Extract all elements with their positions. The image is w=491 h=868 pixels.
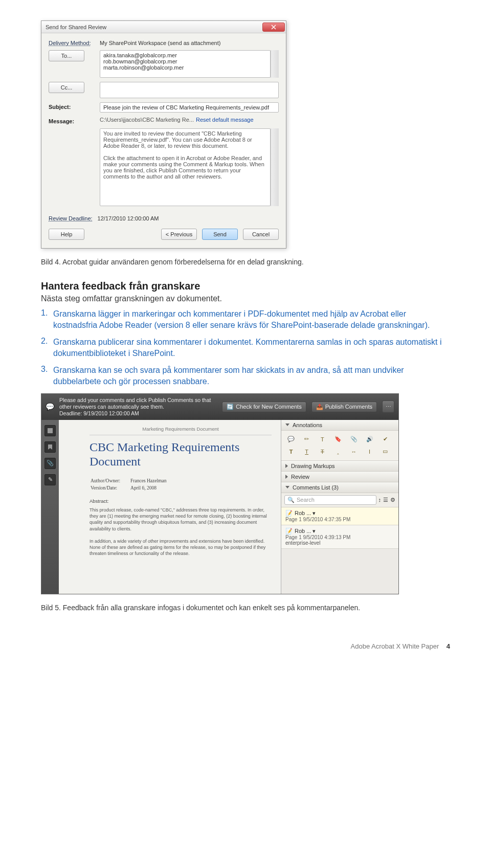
replace-icon[interactable]: ↔ xyxy=(349,447,359,456)
review-deadline-value: 12/17/2010 12:00:00 AM xyxy=(98,215,159,221)
send-review-dialog: Send for Shared Review Delivery Method: … xyxy=(41,20,286,249)
message-path: C:\Users\jjacobs\CBC Marketing Re... xyxy=(100,117,194,123)
figure4-caption: Bild 4. Acrobat guidar användaren genom … xyxy=(41,258,450,266)
dialog-title: Send for Shared Review xyxy=(46,24,106,30)
search-icon: 🔍 xyxy=(287,497,295,503)
footer-product: Adobe Acrobat X White Paper xyxy=(351,642,439,650)
thumbnails-icon[interactable] xyxy=(44,425,56,436)
signature-icon[interactable]: ✎ xyxy=(44,474,56,485)
document-header: Marketing Requirements Document xyxy=(90,425,272,435)
comment-meta: Page 1 9/5/2010 4:39:13 PM xyxy=(285,535,394,540)
list-text: Granskarna kan se och svara på kommentar… xyxy=(53,365,450,387)
bookmarks-icon[interactable] xyxy=(44,441,56,453)
acrobat-editor: 💬 Please add your comments and click Pub… xyxy=(41,393,399,594)
chevron-down-icon xyxy=(285,486,289,488)
publish-comments-button[interactable]: 📤 Publish Comments xyxy=(311,402,377,412)
more-icon[interactable]: ⋯ xyxy=(382,400,394,413)
chevron-right-icon xyxy=(285,464,288,468)
document-area: Marketing Requirements Document CBC Mark… xyxy=(59,420,281,594)
page-footer: Adobe Acrobat X White Paper 4 xyxy=(41,642,450,650)
filter-icon[interactable]: ☰ xyxy=(383,497,388,503)
numbered-list: 1. Granskarna lägger in markeringar och … xyxy=(41,308,450,387)
help-button[interactable]: Help xyxy=(49,229,84,240)
stamp-icon[interactable]: 🔖 xyxy=(333,435,343,444)
comment-snippet: enterprise-level xyxy=(285,540,394,546)
meta-author-label: Author/Owner: xyxy=(91,478,129,484)
cc-button[interactable]: Cc... xyxy=(49,82,84,93)
send-button[interactable]: Send xyxy=(202,229,238,240)
message-body-field[interactable]: You are invited to review the document "… xyxy=(100,128,271,206)
text-bold-icon[interactable]: T xyxy=(286,447,296,456)
cc-field[interactable] xyxy=(100,82,279,98)
figure5-caption: Bild 5. Feedback från alla granskare inf… xyxy=(41,604,450,612)
chevron-down-icon xyxy=(285,424,289,426)
meta-date-label: Version/Date: xyxy=(91,485,129,491)
list-num: 3. xyxy=(41,365,53,387)
refresh-icon: 🔄 xyxy=(227,404,234,410)
note-icon: 📝 xyxy=(285,528,293,535)
meta-date: April 6, 2008 xyxy=(130,485,175,491)
highlight-icon[interactable]: ✏ xyxy=(302,435,311,444)
attach-icon[interactable]: 📎 xyxy=(349,435,359,444)
section-heading: Hantera feedback från granskare xyxy=(41,280,450,292)
dialog-titlebar: Send for Shared Review xyxy=(41,21,286,33)
toolbar-hint: Please add your comments and click Publi… xyxy=(59,397,217,417)
abstract-label: Abstract: xyxy=(90,498,272,504)
meta-author: Frances Hazelman xyxy=(130,478,175,484)
document-title: CBC Marketing Requirements Document xyxy=(90,440,272,469)
left-rail: 📎 ✎ xyxy=(41,420,59,594)
sticky-note-icon[interactable]: 💬 xyxy=(286,435,296,444)
comment-item[interactable]: 📝Rob ... ▾ Page 1 9/5/2010 4:39:13 PM en… xyxy=(281,525,398,549)
underline-icon[interactable]: T xyxy=(302,447,311,456)
to-field[interactable]: akira.tanaka@globalcorp.mer rob.bowman@g… xyxy=(100,50,271,78)
strike-icon[interactable]: T xyxy=(318,447,327,456)
list-num: 2. xyxy=(41,337,53,359)
list-num: 1. xyxy=(41,308,53,330)
typewriter-icon[interactable]: I xyxy=(365,447,374,456)
audio-icon[interactable]: 🔊 xyxy=(365,435,374,444)
review-deadline-label: Review Deadline: xyxy=(49,215,93,221)
insert-icon[interactable]: ‸ xyxy=(333,447,343,456)
annotations-panel-head[interactable]: Annotations xyxy=(281,420,398,431)
abstract-body: This product release, code-named "CBC," … xyxy=(90,507,272,557)
publish-icon: 📤 xyxy=(316,404,323,410)
check-comments-button[interactable]: 🔄 Check for New Comments xyxy=(222,402,306,412)
close-button[interactable] xyxy=(262,23,285,32)
svg-rect-0 xyxy=(48,428,53,433)
subject-label: Subject: xyxy=(49,102,100,110)
comments-side-panel: Annotations 💬 ✏ T 🔖 📎 🔊 ✔ T T T ‸ ↔ I ▭ xyxy=(281,420,398,594)
comment-search-input[interactable]: 🔍 Search xyxy=(284,495,376,505)
section-intro: Nästa steg omfattar granskningen av doku… xyxy=(41,294,450,303)
hint-icon: 💬 xyxy=(46,403,54,411)
list-text: Granskarna lägger in markeringar och kom… xyxy=(53,308,450,330)
footer-page-number: 4 xyxy=(447,642,450,650)
annotation-tools: 💬 ✏ T 🔖 📎 🔊 ✔ T T T ‸ ↔ I ▭ xyxy=(281,431,398,461)
note-icon: 📝 xyxy=(285,510,293,517)
reset-default-link[interactable]: Reset default message xyxy=(196,117,254,123)
attachments-icon[interactable]: 📎 xyxy=(44,458,56,469)
message-label: Message: xyxy=(49,117,100,124)
message-scrollbar[interactable] xyxy=(271,128,279,206)
text-edit-icon[interactable]: T xyxy=(318,435,327,444)
delivery-method-value: My SharePoint Workspace (send as attachm… xyxy=(100,38,220,46)
list-text: Granskarna publicerar sina kommentarer i… xyxy=(53,337,450,359)
review-panel-head[interactable]: Review xyxy=(281,472,398,482)
comment-item[interactable]: 📝Rob ... ▾ Page 1 9/5/2010 4:37:35 PM xyxy=(281,507,398,525)
textbox-icon[interactable]: ▭ xyxy=(381,447,390,456)
to-scrollbar[interactable] xyxy=(271,50,279,78)
approve-icon[interactable]: ✔ xyxy=(381,435,390,444)
options-icon[interactable]: ⚙ xyxy=(390,497,395,503)
subject-field[interactable]: Please join the review of CBC Marketing … xyxy=(100,102,279,113)
drawing-panel-head[interactable]: Drawing Markups xyxy=(281,461,398,472)
comments-list-head[interactable]: Comments List (3) xyxy=(281,482,398,493)
editor-toolbar: 💬 Please add your comments and click Pub… xyxy=(41,394,398,420)
cancel-button[interactable]: Cancel xyxy=(243,229,279,240)
sort-icon[interactable]: ↕ xyxy=(378,497,382,503)
previous-button[interactable]: < Previous xyxy=(161,229,197,240)
to-button[interactable]: To... xyxy=(49,50,84,61)
delivery-method-label: Delivery Method: xyxy=(49,38,100,46)
comment-meta: Page 1 9/5/2010 4:37:35 PM xyxy=(285,517,394,522)
chevron-right-icon xyxy=(285,475,288,479)
